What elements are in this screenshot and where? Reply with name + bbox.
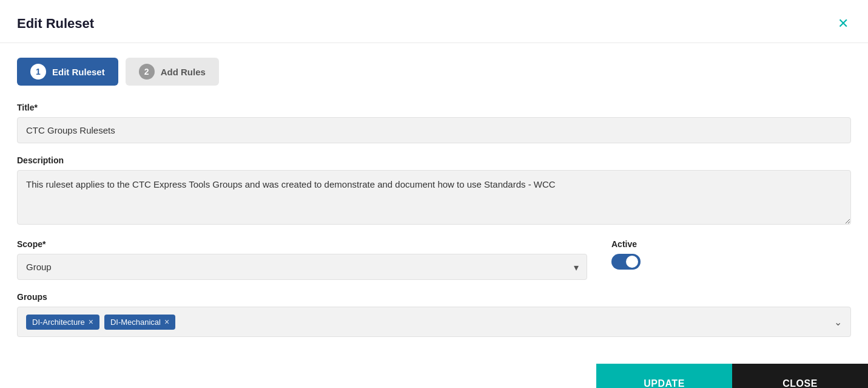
toggle-wrapper (611, 254, 684, 270)
groups-field-group: Groups DI-Architecture × DI-Mechanical ×… (17, 292, 851, 337)
toggle-slider (611, 254, 641, 270)
title-label: Title* (17, 103, 851, 112)
active-toggle[interactable] (611, 254, 641, 270)
tab-add-rules[interactable]: 2 Add Rules (126, 58, 219, 86)
tag-di-architecture: DI-Architecture × (26, 315, 99, 330)
active-label: Active (611, 239, 684, 249)
tab-add-rules-label: Add Rules (161, 67, 206, 77)
scope-label: Scope* (17, 239, 587, 249)
edit-ruleset-modal: Edit Ruleset ✕ 1 Edit Ruleset 2 Add Rule… (0, 0, 868, 388)
scope-active-row: Scope* Group User Role Active (17, 239, 851, 280)
step-number-1: 1 (30, 64, 46, 80)
modal-title: Edit Ruleset (17, 16, 94, 32)
scope-col: Scope* Group User Role (17, 239, 587, 280)
description-label: Description (17, 155, 851, 165)
scope-select[interactable]: Group User Role (17, 254, 587, 280)
update-button[interactable]: UPDATE (596, 364, 732, 388)
modal-header: Edit Ruleset ✕ (0, 0, 868, 43)
groups-chevron-icon: ⌄ (834, 316, 842, 328)
scope-select-wrapper: Group User Role (17, 254, 587, 280)
tag-di-architecture-label: DI-Architecture (32, 318, 85, 327)
tag-di-mechanical: DI-Mechanical × (104, 315, 175, 330)
modal-close-icon-button[interactable]: ✕ (835, 15, 851, 33)
step-number-2: 2 (139, 64, 155, 80)
modal-body: 1 Edit Ruleset 2 Add Rules Title* Descri… (0, 43, 868, 364)
description-textarea[interactable]: This ruleset applies to the CTC Express … (17, 170, 851, 225)
groups-label: Groups (17, 292, 851, 302)
tag-di-mechanical-label: DI-Mechanical (110, 318, 161, 327)
active-col: Active (611, 239, 684, 270)
title-field-group: Title* (17, 103, 851, 143)
title-input[interactable] (17, 117, 851, 143)
close-button[interactable]: CLOSE (732, 364, 868, 388)
step-tabs: 1 Edit Ruleset 2 Add Rules (17, 58, 851, 86)
description-field-group: Description This ruleset applies to the … (17, 155, 851, 227)
tag-di-architecture-remove[interactable]: × (89, 318, 93, 326)
modal-footer: UPDATE CLOSE (0, 364, 868, 388)
tab-edit-ruleset-label: Edit Ruleset (52, 67, 105, 77)
tab-edit-ruleset[interactable]: 1 Edit Ruleset (17, 58, 118, 86)
groups-container[interactable]: DI-Architecture × DI-Mechanical × ⌄ (17, 307, 851, 337)
tag-di-mechanical-remove[interactable]: × (164, 318, 169, 326)
